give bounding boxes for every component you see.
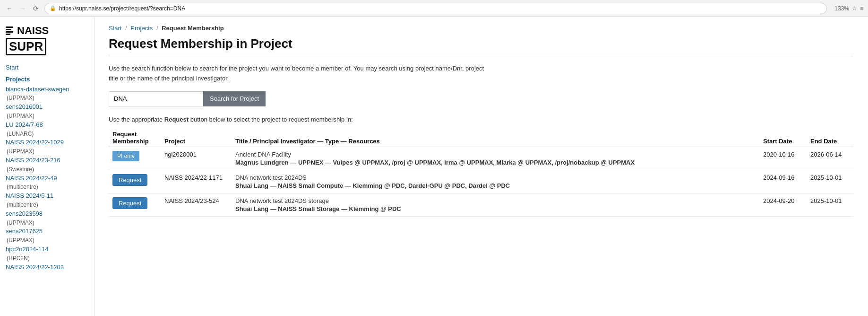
- title-detail-2: Shuai Lang — NAISS Small Compute — Klemm…: [235, 182, 756, 189]
- logo-bars-icon: [6, 26, 13, 35]
- sidebar-item-naiss5-11[interactable]: NAISS 2024/5-11 (multicentre): [6, 191, 88, 209]
- lock-icon: 🔒: [50, 5, 56, 11]
- search-row: Search for Project: [109, 91, 854, 106]
- cell-request-1: PI only: [109, 147, 161, 170]
- sidebar-item-naiss23-216[interactable]: NAISS 2024/23-216 (Swestore): [6, 156, 88, 174]
- title-main-3: DNA network test 2024DS storage: [235, 197, 756, 204]
- cell-end-3: 2025-10-01: [807, 193, 854, 216]
- cell-project-3: NAISS 2024/23-524: [161, 193, 232, 216]
- sidebar-item-naiss22-1029[interactable]: NAISS 2024/22-1029 (UPPMAX): [6, 138, 88, 156]
- search-button[interactable]: Search for Project: [203, 91, 266, 106]
- th-request: Request Membership: [109, 129, 161, 147]
- back-button[interactable]: ←: [5, 4, 14, 13]
- forward-button[interactable]: →: [18, 4, 27, 13]
- th-project: Project: [161, 129, 232, 147]
- sidebar-start-link[interactable]: Start: [6, 63, 88, 73]
- cell-title-3: DNA network test 2024DS storage Shuai La…: [232, 193, 759, 216]
- table-row: Request NAISS 2024/22-1171 DNA network t…: [109, 170, 854, 193]
- title-main-2: DNA network test 2024DS: [235, 174, 756, 181]
- instruction-prefix: Use the appropriate: [109, 116, 164, 123]
- cell-start-1: 2020-10-16: [759, 147, 807, 170]
- breadcrumb-sep1: /: [125, 25, 127, 32]
- request-button-3[interactable]: Request: [112, 197, 147, 209]
- sidebar-item-bianca[interactable]: bianca-dataset-swegen (UPPMAX): [6, 85, 88, 103]
- th-start-date: Start Date: [759, 129, 807, 147]
- instruction-bold: Request: [164, 116, 189, 123]
- sidebar-item-naiss22-1202[interactable]: NAISS 2024/22-1202: [6, 263, 88, 272]
- title-divider: [109, 56, 854, 56]
- search-input[interactable]: [109, 91, 203, 106]
- sidebar-projects-link[interactable]: Projects: [6, 75, 88, 85]
- cell-project-2: NAISS 2024/22-1171: [161, 170, 232, 193]
- request-button-2[interactable]: Request: [112, 174, 147, 186]
- address-bar[interactable]: 🔒 https://supr.naiss.se/project/request/…: [44, 3, 827, 14]
- breadcrumb-projects[interactable]: Projects: [130, 25, 153, 32]
- cell-project-1: ngi2020001: [161, 147, 232, 170]
- zoom-level: 133%: [834, 5, 849, 12]
- title-detail-3: Shuai Lang — NAISS Small Storage — Klemm…: [235, 205, 756, 212]
- sidebar-item-hpc2n2024[interactable]: hpc2n2024-114 (HPC2N): [6, 245, 88, 263]
- main-content: Start / Projects / Request Membership Re…: [95, 17, 868, 316]
- sidebar-item-naiss22-49[interactable]: NAISS 2024/22-49 (multicentre): [6, 174, 88, 192]
- instruction-suffix: button below to select the project to re…: [189, 116, 353, 123]
- cell-end-2: 2025-10-01: [807, 170, 854, 193]
- reload-button[interactable]: ⟳: [31, 4, 41, 13]
- results-table: Request Membership Project Title / Princ…: [109, 129, 854, 217]
- table-row: PI only ngi2020001 Ancient DNA Facility …: [109, 147, 854, 170]
- cell-start-2: 2024-09-16: [759, 170, 807, 193]
- table-row: Request NAISS 2024/23-524 DNA network te…: [109, 193, 854, 216]
- sidebar-item-sens2023598[interactable]: sens2023598 (UPPMAX): [6, 209, 88, 227]
- cell-end-1: 2026-06-14: [807, 147, 854, 170]
- title-main-1: Ancient DNA Facility: [235, 151, 756, 158]
- sidebar-item-sens2017625[interactable]: sens2017625 (UPPMAX): [6, 227, 88, 245]
- title-detail-1: Magnus Lundgren — UPPNEX — Vulpes @ UPPM…: [235, 159, 756, 166]
- sidebar: NAISS SUPR Start Projects bianca-dataset…: [0, 17, 95, 316]
- menu-icon[interactable]: ≡: [860, 5, 863, 12]
- th-end-date: End Date: [807, 129, 854, 147]
- logo-naiss-text: NAISS: [17, 25, 49, 37]
- sidebar-nav: Start Projects bianca-dataset-swegen (UP…: [6, 63, 88, 272]
- url-text: https://supr.naiss.se/project/request/?s…: [59, 5, 185, 12]
- pi-only-badge: PI only: [112, 151, 139, 161]
- breadcrumb-start[interactable]: Start: [109, 25, 121, 32]
- bookmark-icon[interactable]: ☆: [852, 5, 857, 12]
- cell-start-3: 2024-09-20: [759, 193, 807, 216]
- sidebar-item-lu2024[interactable]: LU 2024/7-68 (LUNARC): [6, 120, 88, 138]
- cell-title-2: DNA network test 2024DS Shuai Lang — NAI…: [232, 170, 759, 193]
- th-title: Title / Principal Investigator — Type — …: [232, 129, 759, 147]
- breadcrumb-sep2: /: [156, 25, 158, 32]
- table-header-row: Request Membership Project Title / Princ…: [109, 129, 854, 147]
- sidebar-item-sens2016001[interactable]: sens2016001 (UPPMAX): [6, 102, 88, 120]
- breadcrumb: Start / Projects / Request Membership: [109, 25, 854, 32]
- cell-request-2: Request: [109, 170, 161, 193]
- logo-supr-text: SUPR: [6, 37, 88, 55]
- instruction-text: Use the appropriate Request button below…: [109, 116, 854, 123]
- logo: NAISS SUPR: [6, 25, 88, 55]
- cell-request-3: Request: [109, 193, 161, 216]
- browser-chrome: ← → ⟳ 🔒 https://supr.naiss.se/project/re…: [0, 0, 868, 17]
- cell-title-1: Ancient DNA Facility Magnus Lundgren — U…: [232, 147, 759, 170]
- browser-controls: 133% ☆ ≡: [834, 5, 863, 12]
- breadcrumb-current: Request Membership: [162, 25, 223, 32]
- page-title: Request Membership in Project: [109, 36, 854, 51]
- description-text: Use the search function below to search …: [109, 64, 487, 84]
